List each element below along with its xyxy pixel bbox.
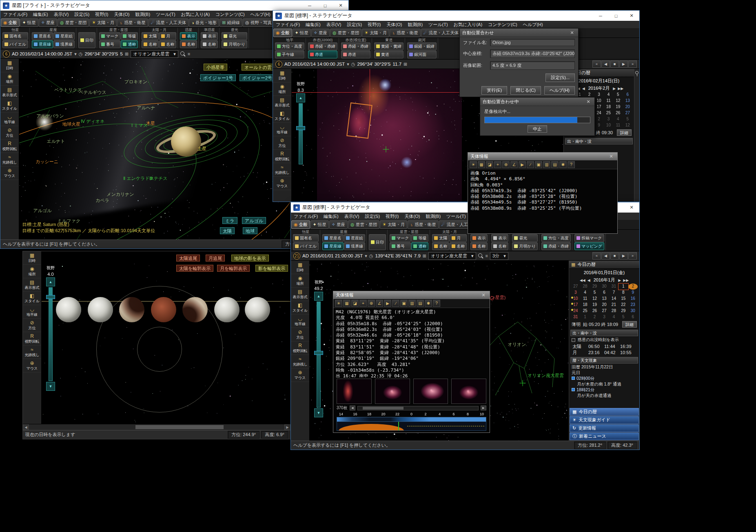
- calendar-day[interactable]: 31: [571, 314, 580, 320]
- close-button[interactable]: ✕: [624, 202, 639, 213]
- toolbar-button-全般[interactable]: ◉全般: [1, 18, 20, 27]
- sidebar-item-光跡残し[interactable]: ≈光跡残し: [291, 355, 309, 368]
- edit-icon[interactable]: ∕: [527, 161, 534, 168]
- titlebar[interactable]: ★ 星図 [標準] - ステラナビゲータ ─ □ ✕: [273, 11, 639, 21]
- toolbar-button-銀河面[interactable]: 銀河面: [407, 51, 437, 58]
- toolbar-button-マーク[interactable]: マーク: [390, 234, 411, 242]
- calendar-day[interactable]: 5: [590, 290, 599, 296]
- toolbar-button-月明かり[interactable]: 月明かり: [512, 242, 537, 250]
- eclipse-sky-view[interactable]: 太陽追尾月追尾地球の影を表示太陽を輪郭表示月を輪郭表示影を輪郭表示 視野 4.0…: [42, 251, 290, 424]
- calendar-day[interactable]: 29: [590, 284, 599, 290]
- nav-button-今日の暦[interactable]: ▦今日の暦: [570, 408, 639, 416]
- caret-down-icon[interactable]: ▾: [347, 62, 349, 67]
- toolbar-button-番号[interactable]: 番号: [99, 40, 120, 48]
- angle-icon[interactable]: ∠: [376, 300, 383, 307]
- calendar-day[interactable]: 25: [604, 110, 613, 116]
- pin-icon[interactable]: [635, 71, 638, 74]
- toolbar-button-赤経・赤緯[interactable]: 赤経・赤緯: [541, 242, 571, 250]
- dialog-titlebar[interactable]: 自動位置合わせ中 ✕: [480, 98, 594, 106]
- caret-down-icon[interactable]: ▾: [74, 51, 77, 57]
- calendar-day[interactable]: 18: [604, 104, 613, 110]
- sidebar-item-視野回転[interactable]: R視野回転: [273, 150, 291, 163]
- calendar-day[interactable]: 5: [623, 116, 632, 122]
- calendar-day[interactable]: 10: [594, 98, 603, 104]
- toolbar-button-恒星[interactable]: ✦恒星: [20, 18, 38, 27]
- view-button-ミラ[interactable]: ミラ: [222, 217, 237, 224]
- chart-icon[interactable]: ▦: [478, 161, 485, 168]
- nav-button-新着ニュース[interactable]: ⓘ新着ニュース: [570, 432, 639, 440]
- menu-item[interactable]: 観測(B): [423, 213, 443, 220]
- sidebar-item-方位[interactable]: ⊘方位: [23, 319, 41, 332]
- sidebar-item-地平線[interactable]: ◡地平線: [23, 305, 41, 319]
- sun-icon[interactable]: ☀: [335, 300, 342, 307]
- view-button-月追尾[interactable]: 月追尾: [206, 255, 225, 262]
- toolbar-button-固有名[interactable]: 固有名: [2, 32, 28, 40]
- sidebar-item-日時[interactable]: ▦日時: [0, 59, 19, 72]
- calendar-day[interactable]: 20: [623, 104, 632, 110]
- toolbar-button-目印[interactable]: 目印: [369, 234, 386, 250]
- toolbar-button-目印[interactable]: 目印: [78, 32, 95, 48]
- maximize-button[interactable]: □: [317, 0, 333, 11]
- grid-icon[interactable]: ⊞: [125, 51, 129, 57]
- minimize-button[interactable]: ─: [593, 11, 608, 21]
- toolbar-button-月[interactable]: 月: [450, 234, 467, 242]
- list-icon[interactable]: ≡: [188, 51, 190, 56]
- toolbar-button-太陽[interactable]: 太陽: [142, 32, 159, 40]
- calendar-day[interactable]: 12: [590, 296, 599, 302]
- calendar-day[interactable]: 8: [619, 290, 628, 296]
- sidebar-item-日時[interactable]: ▦日時: [23, 251, 41, 265]
- toolbar-button-通称[interactable]: 通称: [121, 40, 138, 48]
- sidebar-item-光跡残し[interactable]: ≈光跡残し: [23, 346, 41, 359]
- calendar-day[interactable]: 27: [623, 110, 632, 116]
- info-panel-titlebar[interactable]: 天体情報 ✕: [468, 153, 617, 160]
- calendar-day[interactable]: 12: [623, 122, 632, 129]
- toolbar-button-等級[interactable]: 等級: [411, 234, 428, 242]
- play-icon[interactable]: ▶: [619, 252, 628, 259]
- scrollbar-thumb[interactable]: [135, 425, 224, 429]
- nav-button-更新情報[interactable]: ↻更新情報: [570, 424, 639, 432]
- target-select[interactable]: オリオン座大星雲▾: [428, 252, 476, 260]
- toolbar-button-昼光[interactable]: 昼光: [512, 234, 537, 242]
- toolbar-button-バイエル[interactable]: バイエル: [2, 40, 28, 48]
- view-button-太陽を輪郭表示[interactable]: 太陽を輪郭表示: [176, 265, 213, 272]
- center-coords-value[interactable]: 赤経:05h37m19.3s 赤緯:-03°25'42" (J2000): [490, 49, 575, 58]
- execute-button[interactable]: 実行(E): [481, 86, 507, 95]
- moon-phase-2[interactable]: [88, 297, 113, 322]
- calendar-day[interactable]: 4: [580, 290, 590, 296]
- calendar-day[interactable]: 3: [599, 314, 609, 320]
- calendar-day[interactable]: 1: [619, 284, 628, 290]
- toolbar-button-惑星・衛星[interactable]: ♄惑星・衛星: [117, 18, 148, 27]
- sidebar-item-視野回転[interactable]: R視野回転: [0, 140, 19, 153]
- toolbar-button-星座名[interactable]: 星座名: [322, 234, 344, 242]
- toolbar-button-名称[interactable]: 名称: [470, 242, 488, 250]
- toolbar-button-太陽・月[interactable]: ☀太陽・月: [380, 220, 407, 229]
- menu-item[interactable]: お気に入り(A): [178, 11, 213, 18]
- fov-slider[interactable]: [49, 287, 53, 381]
- settings-button[interactable]: 設定(S)...: [545, 73, 575, 82]
- dialog-titlebar[interactable]: 自動位置合わせ ✕: [460, 29, 578, 37]
- calendar-day[interactable]: 19: [613, 104, 623, 110]
- view-button-太陽追尾[interactable]: 太陽追尾: [176, 255, 200, 262]
- toolbar-button-星座[interactable]: ✧星座: [311, 29, 330, 37]
- target-select[interactable]: オリオン座大星雲▾: [131, 50, 178, 58]
- calendar-day[interactable]: 9: [628, 290, 638, 296]
- sidebar-item-光跡残し[interactable]: ≈光跡残し: [273, 163, 291, 177]
- menu-item[interactable]: 編集(E): [30, 11, 51, 18]
- calendar-day[interactable]: 3: [594, 92, 603, 98]
- menu-item[interactable]: 視野(I): [365, 21, 384, 28]
- toolbar-button-星座絵[interactable]: 星座絵: [344, 234, 365, 242]
- center-icon[interactable]: ⊕: [368, 300, 375, 307]
- fov-slider[interactable]: [317, 301, 321, 408]
- limit-magnitude[interactable]: 11.7: [393, 62, 402, 66]
- sidebar-item-表示形式[interactable]: ▤表示形式: [0, 86, 19, 99]
- calendar-day[interactable]: 2: [594, 116, 603, 122]
- autohide-strip[interactable]: [634, 69, 639, 202]
- scrollbar-thumb[interactable]: [363, 407, 403, 410]
- sidebar-item-表示形式[interactable]: ▤表示形式: [291, 288, 309, 301]
- calendar-day[interactable]: 28: [580, 284, 590, 290]
- play-icon[interactable]: ▶: [519, 161, 526, 168]
- fov-zoom-out-button[interactable]: ▼: [314, 408, 323, 417]
- center-icon[interactable]: ⊕: [502, 161, 510, 168]
- altitude-timeline[interactable]: 14161820220246810: [337, 412, 486, 431]
- moon-phase-1[interactable]: [56, 297, 81, 322]
